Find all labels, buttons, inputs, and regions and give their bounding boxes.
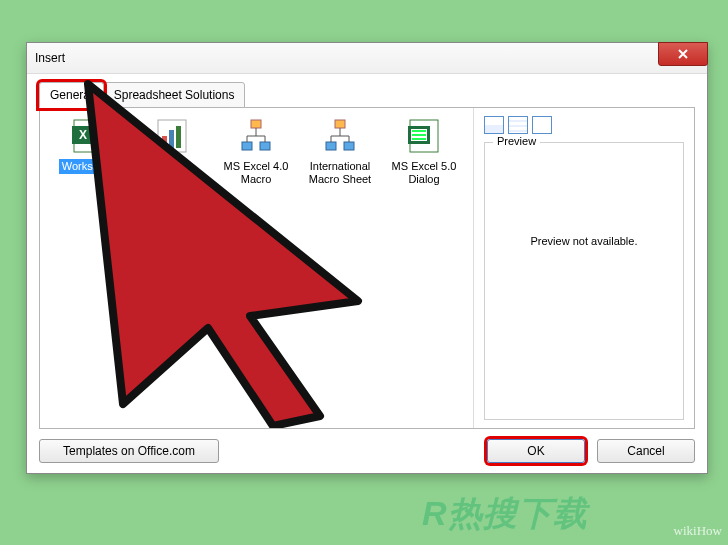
large-icons-view-icon[interactable] — [484, 116, 504, 134]
svg-rect-7 — [251, 120, 261, 128]
svg-rect-6 — [176, 126, 181, 148]
svg-rect-9 — [260, 142, 270, 150]
svg-rect-4 — [162, 136, 167, 148]
template-label: Chart — [156, 159, 189, 174]
view-icons — [484, 116, 684, 134]
svg-rect-8 — [242, 142, 252, 150]
svg-rect-5 — [169, 130, 174, 148]
svg-rect-18 — [412, 138, 426, 140]
list-view-icon[interactable] — [508, 116, 528, 134]
template-label: Worksheet — [59, 159, 117, 174]
insert-dialog: Insert General Spreadsheet Solutions X W… — [26, 42, 708, 474]
template-chart[interactable]: Chart — [132, 116, 212, 187]
dialog-content: General Spreadsheet Solutions X Workshee… — [27, 74, 707, 441]
chart-icon — [152, 116, 192, 156]
tab-spreadsheet-solutions[interactable]: Spreadsheet Solutions — [103, 82, 246, 108]
tab-strip: General Spreadsheet Solutions — [39, 82, 695, 108]
preview-legend: Preview — [493, 135, 540, 147]
template-label: MS Excel 5.0 Dialog — [384, 159, 464, 187]
svg-rect-12 — [344, 142, 354, 150]
template-dialog-5[interactable]: MS Excel 5.0 Dialog — [384, 116, 464, 187]
preview-message: Preview not available. — [493, 235, 675, 247]
close-button[interactable] — [658, 42, 708, 66]
watermark-cn: R热搜下载 — [422, 491, 588, 537]
dialog-title: Insert — [35, 51, 65, 65]
flowchart-icon — [320, 116, 360, 156]
template-macro-4[interactable]: MS Excel 4.0 Macro — [216, 116, 296, 187]
titlebar: Insert — [27, 43, 707, 74]
close-icon — [678, 49, 688, 59]
preview-group: Preview Preview not available. — [484, 142, 684, 420]
templates-online-button[interactable]: Templates on Office.com — [39, 439, 219, 463]
excel-icon: X — [68, 116, 108, 156]
svg-rect-16 — [412, 130, 426, 132]
template-label: International Macro Sheet — [300, 159, 380, 187]
watermark-wikihow: wikiHow — [674, 523, 722, 539]
svg-rect-11 — [326, 142, 336, 150]
svg-text:X: X — [79, 128, 87, 142]
tab-general[interactable]: General — [39, 82, 104, 108]
excel-icon — [404, 116, 444, 156]
right-pane: Preview Preview not available. — [473, 108, 694, 428]
ok-button[interactable]: OK — [487, 439, 585, 463]
template-pane: X Worksheet Chart — [40, 108, 473, 428]
flowchart-icon — [236, 116, 276, 156]
template-international-macro[interactable]: International Macro Sheet — [300, 116, 380, 187]
svg-rect-17 — [412, 134, 426, 136]
template-worksheet[interactable]: X Worksheet — [48, 116, 128, 187]
details-view-icon[interactable] — [532, 116, 552, 134]
svg-rect-10 — [335, 120, 345, 128]
cancel-button[interactable]: Cancel — [597, 439, 695, 463]
dialog-footer: Templates on Office.com OK Cancel — [39, 439, 695, 463]
tab-body: X Worksheet Chart — [39, 107, 695, 429]
template-label: MS Excel 4.0 Macro — [216, 159, 296, 187]
